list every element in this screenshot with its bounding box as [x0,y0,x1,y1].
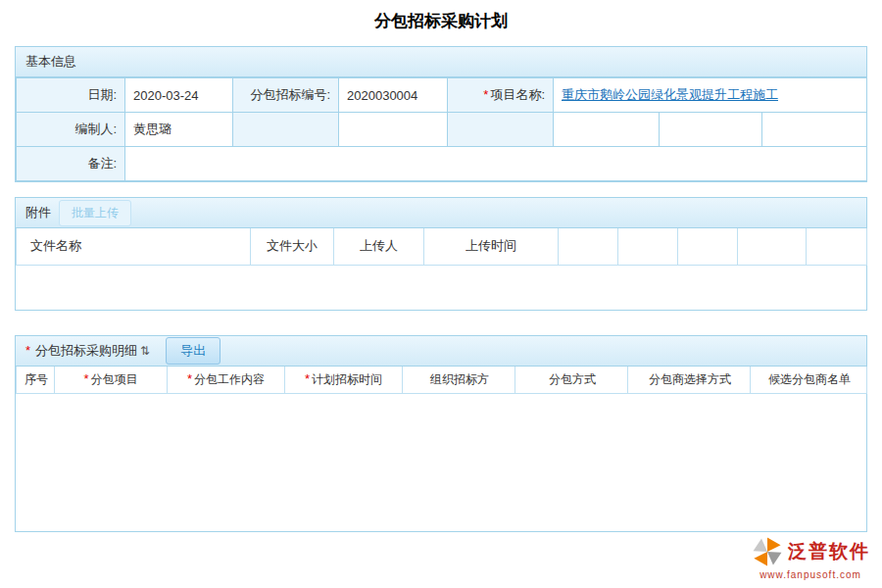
col-label: 序号 [24,372,48,386]
col-sub-project: *分包项目 [55,367,168,394]
basic-info-title: 基本信息 [25,53,76,71]
empty-label-cell [233,113,339,147]
basic-info-header: 基本信息 [16,47,866,77]
col-required-mark: * [305,371,310,386]
col-seq: 序号 [17,367,55,394]
col-uploader: 上传人 [334,228,424,265]
detail-title-wrap: *分包招标采购明细⇅ [25,342,150,360]
date-label: 日期: [17,78,125,113]
col-upload-time: 上传时间 [424,228,559,265]
col-sub-method: 分包方式 [515,367,628,394]
empty-value-cell [554,113,660,147]
empty-value-cell [339,113,448,147]
col-empty [618,228,678,265]
project-name-label-cell: *项目名称: [448,78,554,113]
basic-info-table: 日期: 2020-03-24 分包招标编号: 2020030004 *项目名称:… [16,77,867,181]
remark-label: 备注: [17,147,125,181]
col-file-size: 文件大小 [251,228,334,265]
col-required-mark: * [83,371,88,386]
attachments-title: 附件 [25,204,51,221]
col-file-name: 文件名称 [17,228,251,265]
col-plan-bid-time: *计划招标时间 [285,367,403,394]
remark-value [125,147,867,181]
col-label: 组织招标方 [430,372,489,386]
col-organizer: 组织招标方 [403,367,515,394]
col-empty [807,228,867,265]
sort-icon[interactable]: ⇅ [140,345,150,357]
col-selection-method: 分包商选择方式 [628,367,751,394]
detail-section: *分包招标采购明细⇅ 导出 序号 *分包项目 *分包工作内容 *计划招标时间 组… [15,335,867,533]
compiler-label: 编制人: [17,113,125,147]
attachments-empty-body [16,266,866,310]
required-asterisk: * [483,87,488,102]
col-work-content: *分包工作内容 [168,367,285,394]
col-label: 分包工作内容 [194,372,265,386]
detail-table: 序号 *分包项目 *分包工作内容 *计划招标时间 组织招标方 分包方式 分包商选… [16,367,867,395]
detail-header-row: 序号 *分包项目 *分包工作内容 *计划招标时间 组织招标方 分包方式 分包商选… [17,367,867,394]
col-empty [738,228,807,265]
project-name-link[interactable]: 重庆市鹅岭公园绿化景观提升工程施工 [562,87,778,102]
brand-top: 泛普软件 [751,535,870,568]
basic-info-row-3: 备注: [17,147,867,181]
detail-empty-body [16,394,866,531]
col-candidate-list: 候选分包商名单 [751,367,867,394]
col-label: 分包商选择方式 [649,372,731,386]
empty-value-cell [660,113,762,147]
required-asterisk: * [25,343,30,358]
bid-no-label: 分包招标编号: [233,78,339,113]
attachments-header-row: 文件名称 文件大小 上传人 上传时间 [17,228,867,265]
detail-header: *分包招标采购明细⇅ 导出 [16,336,866,367]
project-name-label: 项目名称: [490,87,545,102]
empty-label-cell [448,113,554,147]
col-empty [559,228,618,265]
brand-logo: 泛普软件 www.fanpusoft.com [751,535,870,580]
attachments-table: 文件名称 文件大小 上传人 上传时间 [16,228,867,266]
col-required-mark: * [187,371,192,386]
col-empty [678,228,738,265]
batch-upload-button[interactable]: 批量上传 [59,200,131,226]
attachments-header: 附件 批量上传 [16,198,866,228]
basic-info-row-2: 编制人: 黄思璐 [17,113,867,147]
page-title: 分包招标采购计划 [0,0,882,34]
export-button[interactable]: 导出 [166,337,220,365]
project-name-cell: 重庆市鹅岭公园绿化景观提升工程施工 [554,78,867,113]
col-label: 计划招标时间 [312,372,382,386]
basic-info-row-1: 日期: 2020-03-24 分包招标编号: 2020030004 *项目名称:… [17,78,867,113]
col-label: 分包方式 [549,372,596,386]
bid-no-value: 2020030004 [339,78,448,113]
brand-website: www.fanpusoft.com [751,569,870,580]
col-label: 分包项目 [91,372,138,386]
attachments-section: 附件 批量上传 文件名称 文件大小 上传人 上传时间 [15,197,867,311]
fanpu-logo-icon [751,535,784,568]
date-value: 2020-03-24 [125,78,233,113]
basic-info-section: 基本信息 日期: 2020-03-24 分包招标编号: 2020030004 *… [15,46,867,182]
detail-title: 分包招标采购明细 [35,342,137,360]
empty-value-cell [762,113,867,147]
col-label: 候选分包商名单 [768,372,851,386]
brand-name: 泛普软件 [788,539,870,564]
compiler-value: 黄思璐 [125,113,233,147]
